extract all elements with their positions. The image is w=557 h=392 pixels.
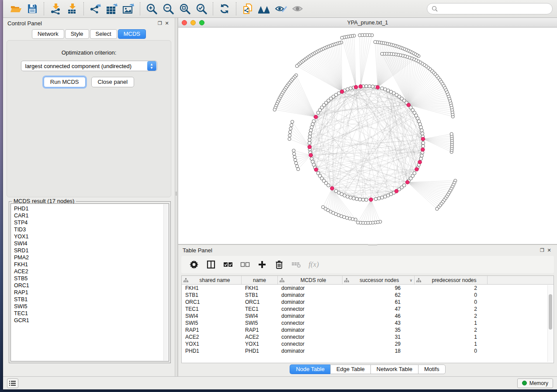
- network-node[interactable]: [355, 197, 359, 201]
- tab-motifs[interactable]: Motifs: [418, 364, 446, 374]
- network-window-titlebar[interactable]: YPA_prune.txt_1: [178, 18, 557, 28]
- result-node-item[interactable]: SWI5: [14, 303, 169, 310]
- first-neighbors-button[interactable]: [256, 1, 273, 16]
- cell-name[interactable]: SWI4: [242, 313, 278, 319]
- tab-mcds[interactable]: MCDS: [118, 29, 146, 39]
- network-node[interactable]: [322, 206, 325, 209]
- network-node[interactable]: [293, 155, 296, 158]
- open-file-button[interactable]: [7, 1, 24, 16]
- refresh-view-button[interactable]: [216, 1, 233, 16]
- cell-name[interactable]: ORC1: [242, 299, 278, 305]
- table-row[interactable]: ACE2ACE2connector311: [182, 334, 554, 340]
- export-table-button[interactable]: [104, 1, 120, 16]
- hide-selected-button[interactable]: [273, 1, 289, 16]
- table-settings-button[interactable]: [187, 258, 201, 271]
- result-node-item[interactable]: SWI4: [14, 240, 169, 247]
- column-header-MCDS-role[interactable]: MCDS role: [278, 276, 343, 284]
- export-network-button[interactable]: [87, 1, 104, 16]
- network-node[interactable]: [436, 207, 439, 210]
- result-node-item[interactable]: SRD1: [14, 247, 169, 254]
- cell-successors[interactable]: 43: [343, 320, 415, 326]
- network-node[interactable]: [292, 149, 295, 152]
- cell-successors[interactable]: 47: [343, 306, 415, 312]
- cell-successors[interactable]: 96: [343, 285, 415, 291]
- show-all-button[interactable]: [289, 1, 306, 16]
- network-node[interactable]: [346, 195, 349, 199]
- network-node[interactable]: [293, 152, 296, 155]
- optimization-criterion-dropdown[interactable]: largest connected component (undirected)…: [21, 61, 157, 71]
- dominator-node[interactable]: [369, 198, 373, 202]
- network-node[interactable]: [310, 157, 314, 161]
- network-node[interactable]: [327, 184, 330, 187]
- network-node[interactable]: [381, 52, 384, 55]
- network-node[interactable]: [374, 41, 377, 44]
- cell-name[interactable]: ACE2: [242, 334, 278, 340]
- result-node-item[interactable]: TEC1: [14, 310, 169, 317]
- dominator-node[interactable]: [330, 186, 334, 190]
- result-node-item[interactable]: STB5: [14, 275, 169, 282]
- tab-edge-table[interactable]: Edge Table: [330, 364, 370, 374]
- table-row[interactable]: SWI4SWI4dominator462: [182, 313, 554, 320]
- network-node[interactable]: [365, 85, 368, 88]
- network-node[interactable]: [294, 162, 298, 165]
- network-node[interactable]: [361, 198, 365, 202]
- cell-name[interactable]: PHD1: [242, 348, 278, 354]
- cell-name[interactable]: SWI5: [242, 320, 278, 326]
- cell-predecessors[interactable]: 0: [415, 299, 488, 305]
- result-node-item[interactable]: PMA2: [14, 254, 169, 261]
- function-builder-button[interactable]: f(x): [307, 258, 320, 271]
- network-node[interactable]: [450, 132, 453, 135]
- network-node[interactable]: [348, 217, 351, 220]
- dominator-node[interactable]: [309, 153, 313, 157]
- cell-role[interactable]: connector: [278, 334, 343, 340]
- network-node[interactable]: [288, 131, 291, 134]
- cell-name[interactable]: TEC1: [242, 306, 278, 312]
- show-columns-button[interactable]: [204, 258, 218, 271]
- result-list-scrollbar[interactable]: [163, 204, 168, 361]
- cell-shared_name[interactable]: SWI4: [182, 313, 242, 319]
- result-node-item[interactable]: GCR1: [14, 317, 169, 324]
- network-node[interactable]: [309, 129, 313, 132]
- network-node[interactable]: [349, 87, 353, 90]
- cell-successors[interactable]: 62: [343, 292, 415, 298]
- network-node[interactable]: [351, 217, 354, 220]
- cell-shared_name[interactable]: STB1: [182, 292, 242, 298]
- import-network-button[interactable]: [47, 1, 64, 16]
- zoom-out-button[interactable]: [160, 1, 176, 16]
- tab-network-table[interactable]: Network Table: [370, 364, 418, 374]
- table-row[interactable]: SWI5SWI5connector431: [182, 320, 554, 327]
- column-header-name[interactable]: name: [242, 276, 278, 284]
- network-node[interactable]: [371, 85, 374, 88]
- network-node[interactable]: [340, 36, 343, 39]
- float-table-panel-icon[interactable]: ❐: [539, 248, 546, 253]
- tab-style[interactable]: Style: [65, 29, 89, 39]
- network-node[interactable]: [384, 88, 387, 91]
- dominator-node[interactable]: [359, 85, 363, 89]
- dominator-node[interactable]: [340, 90, 344, 94]
- cell-name[interactable]: RAP1: [242, 327, 278, 333]
- result-node-item[interactable]: PHD1: [14, 205, 169, 212]
- vertical-splitter[interactable]: [175, 18, 178, 376]
- zoom-fit-button[interactable]: [176, 1, 193, 16]
- network-node[interactable]: [349, 196, 353, 199]
- table-row[interactable]: FKH1FKH1dominator962: [182, 285, 554, 292]
- network-node[interactable]: [356, 221, 360, 224]
- dominator-node[interactable]: [308, 145, 311, 149]
- dominator-node[interactable]: [415, 168, 419, 172]
- splitter-handle-icon[interactable]: [176, 192, 177, 196]
- table-row[interactable]: ORC1ORC1dominator610: [182, 299, 554, 306]
- cell-successors[interactable]: 18: [343, 348, 415, 354]
- network-node[interactable]: [419, 126, 423, 129]
- table-row[interactable]: RAP1RAP1dominator352: [182, 327, 554, 334]
- cell-shared_name[interactable]: ORC1: [182, 299, 242, 305]
- cell-shared_name[interactable]: YOX1: [182, 341, 242, 347]
- network-node[interactable]: [295, 165, 298, 168]
- cell-predecessors[interactable]: 2: [415, 313, 488, 319]
- network-node[interactable]: [422, 141, 425, 145]
- close-table-panel-icon[interactable]: ✕: [546, 248, 553, 253]
- network-node[interactable]: [368, 85, 371, 88]
- cell-predecessors[interactable]: 1: [415, 341, 488, 347]
- network-node[interactable]: [354, 218, 357, 221]
- cell-predecessors[interactable]: 1: [415, 320, 488, 326]
- cell-name[interactable]: FKH1: [242, 285, 278, 291]
